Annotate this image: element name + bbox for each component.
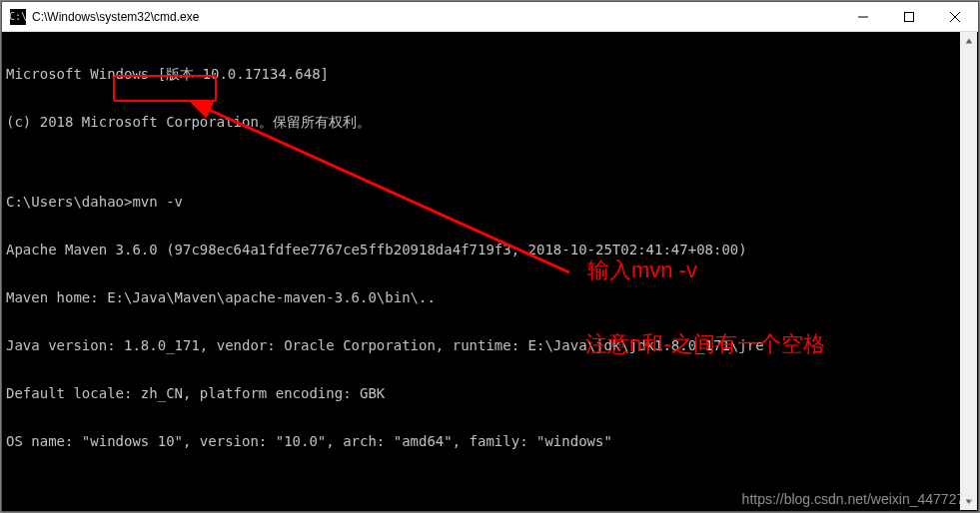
minimize-button[interactable] bbox=[840, 2, 886, 31]
terminal-line: Maven home: E:\Java\Maven\apache-maven-3… bbox=[6, 289, 974, 305]
titlebar[interactable]: C:\ C:\Windows\system32\cmd.exe bbox=[2, 2, 978, 32]
terminal-line: Java version: 1.8.0_171, vendor: Oracle … bbox=[6, 337, 974, 353]
terminal-line: Apache Maven 3.6.0 (97c98ec64a1fdfee7767… bbox=[6, 242, 974, 257]
svg-rect-1 bbox=[905, 12, 914, 21]
vertical-scrollbar[interactable] bbox=[960, 32, 977, 510]
scroll-track[interactable] bbox=[960, 49, 977, 493]
terminal-line: C:\Users\dahao>mvn -v bbox=[6, 194, 974, 210]
terminal-line: OS name: "windows 10", version: "10.0", … bbox=[6, 433, 974, 449]
terminal-line: Default locale: zh_CN, platform encoding… bbox=[6, 385, 974, 401]
window-title: C:\Windows\system32\cmd.exe bbox=[32, 10, 840, 24]
terminal-line: Microsoft Windows [版本 10.0.17134.648] bbox=[6, 66, 974, 82]
window-controls bbox=[840, 2, 978, 31]
close-button[interactable] bbox=[932, 2, 978, 31]
app-icon: C:\ bbox=[10, 9, 26, 25]
terminal-line: (c) 2018 Microsoft Corporation。保留所有权利。 bbox=[6, 114, 974, 130]
app-icon-glyph: C:\ bbox=[9, 11, 27, 22]
svg-marker-4 bbox=[965, 38, 971, 43]
scroll-up-button[interactable] bbox=[960, 32, 977, 49]
maximize-button[interactable] bbox=[886, 2, 932, 31]
watermark-text: https://blog.csdn.net/weixin_4477273 bbox=[742, 491, 972, 507]
cmd-window: C:\ C:\Windows\system32\cmd.exe Microsof… bbox=[1, 1, 979, 512]
chevron-up-icon bbox=[965, 37, 973, 45]
terminal-body[interactable]: Microsoft Windows [版本 10.0.17134.648] (c… bbox=[2, 32, 978, 511]
